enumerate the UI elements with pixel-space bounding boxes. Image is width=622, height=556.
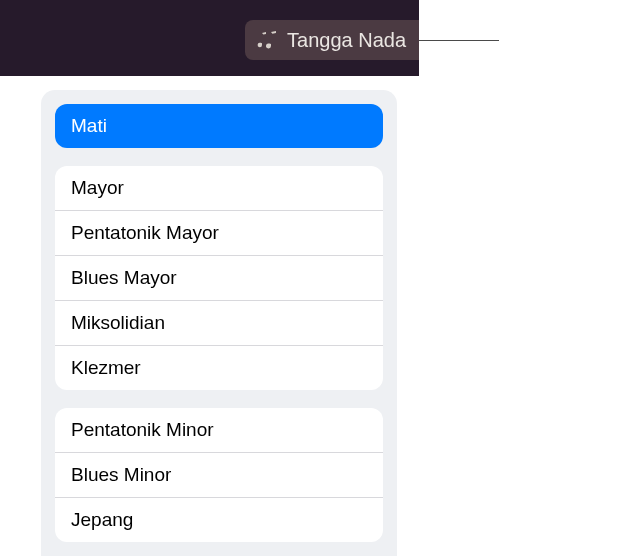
scale-item[interactable]: Miksolidian <box>55 301 383 346</box>
top-toolbar: Tangga Nada <box>0 0 419 76</box>
scale-item[interactable]: Klezmer <box>55 346 383 390</box>
scale-item[interactable]: Mayor <box>55 166 383 211</box>
scale-item[interactable]: Blues Mayor <box>55 256 383 301</box>
scale-group-major: Mayor Pentatonik Mayor Blues Mayor Mikso… <box>55 166 383 390</box>
scale-group-minor: Pentatonik Minor Blues Minor Jepang <box>55 408 383 542</box>
scale-item-off[interactable]: Mati <box>55 104 383 148</box>
scale-item[interactable]: Jepang <box>55 498 383 542</box>
scale-group-off: Mati <box>55 104 383 148</box>
scale-button[interactable]: Tangga Nada <box>245 20 419 60</box>
scale-button-label: Tangga Nada <box>287 29 406 52</box>
scale-popover: Mati Mayor Pentatonik Mayor Blues Mayor … <box>41 90 397 556</box>
scale-item[interactable]: Pentatonik Mayor <box>55 211 383 256</box>
callout-line <box>419 40 499 41</box>
music-notes-icon <box>257 30 279 50</box>
scale-item[interactable]: Blues Minor <box>55 453 383 498</box>
scale-item[interactable]: Pentatonik Minor <box>55 408 383 453</box>
